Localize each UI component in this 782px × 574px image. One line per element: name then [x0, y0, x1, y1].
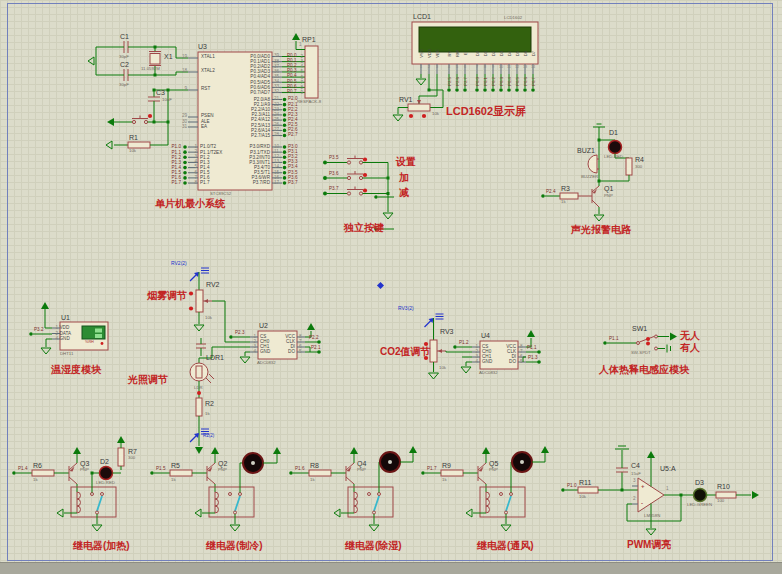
- label-dht-module: 温湿度模块: [51, 365, 101, 375]
- d3-model: LED-GREEN: [687, 503, 712, 507]
- dht-net: P3.2: [34, 328, 43, 333]
- label-co2-module: CO2值调节: [380, 347, 431, 357]
- r6-ref: R6: [33, 462, 42, 469]
- c2-value: 30pF: [119, 83, 129, 87]
- u3-pin-num: 19: [181, 55, 187, 60]
- u2-model: ADC0832: [257, 361, 276, 365]
- r7-value: 300: [128, 456, 135, 460]
- probe-r2-label: R2(2): [203, 434, 214, 439]
- r2-value: 1k: [205, 412, 210, 416]
- schematic-graphics: .w{stroke:#0b7a0b;stroke-width:1;fill:no…: [0, 0, 782, 574]
- u1-ref: U1: [61, 314, 70, 321]
- r5-value: 1k: [171, 478, 176, 482]
- u3-p2-nets: P2.0P2.1P2.2P2.3P2.4P2.5P2.6P2.7: [288, 96, 297, 137]
- label-pir-nobody: 无人: [680, 331, 700, 341]
- lcd-ctrl-pin-names: RSRWE: [445, 46, 469, 61]
- pwm-module[interactable]: [561, 446, 759, 535]
- rv1-contrast-pot[interactable]: [393, 100, 430, 121]
- r11-value: 10k: [579, 495, 586, 499]
- key1-net: P3.5: [329, 156, 338, 161]
- relay4-net: P1.7: [427, 467, 436, 472]
- d3-ref: D3: [695, 479, 704, 486]
- label-lcd-display: LCD1602显示屏: [446, 106, 526, 117]
- d1-ref: D1: [609, 129, 618, 136]
- r1-value: 10k: [129, 149, 136, 153]
- label-light-module: 光照调节: [128, 375, 168, 385]
- c1-ref: C1: [120, 33, 129, 40]
- dht-legend: %RH: [85, 341, 94, 345]
- u4-left-pin-names: CSCH0CH1GND: [482, 344, 492, 364]
- led-green-icon: [694, 489, 707, 502]
- u3-p3-numbers: 1011121314151617: [274, 144, 279, 185]
- c2-ref: C2: [120, 61, 129, 68]
- lcd-model: LCD1602: [504, 16, 522, 20]
- buzzer-icon: [588, 155, 597, 173]
- u4-right-pin-names: VCCCLKDIDO: [496, 344, 516, 364]
- u4-cs-net: P1.2: [459, 341, 468, 346]
- label-key-set: 设置: [396, 157, 416, 167]
- relay-module-ventilation[interactable]: [421, 446, 549, 531]
- u3-p0-nets: P0.0P0.1P0.2P0.3P0.4P0.5P0.6P0.7: [287, 53, 296, 94]
- u3-model: STC89C52: [210, 192, 231, 196]
- u4-model: ADC0832: [479, 371, 498, 375]
- label-relay-heating: 继电器(加热): [73, 541, 130, 551]
- rv2-value: 10k: [205, 316, 212, 320]
- rp1-pin1: 1: [299, 43, 302, 48]
- window-edge: [0, 562, 782, 574]
- label-relay-cooling: 继电器(制冷): [206, 541, 263, 551]
- r8-ref: R8: [310, 462, 319, 469]
- label-relay-dehumidify: 继电器(除湿): [345, 541, 402, 551]
- x1-value: 11.0592M: [141, 67, 160, 71]
- r2-ref: R2: [205, 400, 214, 407]
- r4-value: 300: [635, 165, 642, 169]
- u3-p1-numbers: 12345678: [189, 144, 197, 185]
- r3-ref: R3: [561, 185, 570, 192]
- probe-rv3-label: RV3(2): [398, 306, 414, 311]
- r10-value: 100: [717, 499, 724, 503]
- c4-ref: C4: [631, 462, 640, 469]
- u1-model: DHT11: [60, 352, 73, 356]
- rp1-ref: RP1: [302, 36, 316, 43]
- schematic-canvas[interactable]: .w{stroke:#0b7a0b;stroke-width:1;fill:no…: [0, 0, 782, 574]
- mcu-reset-circuit[interactable]: [106, 89, 188, 150]
- u3-pin-name: RST: [201, 87, 210, 92]
- probe-rv2-label: RV2(2): [171, 261, 187, 266]
- label-pir-somebody: 有人: [680, 343, 700, 353]
- d1-model: LED-RED: [604, 155, 623, 159]
- q2-model: PNP: [218, 468, 227, 472]
- u3-pin-num: 31: [181, 125, 187, 130]
- c1-value: 30pF: [119, 55, 129, 59]
- relay-module-cooling[interactable]: [150, 447, 281, 531]
- lcd-data-nets: P0.0P0.1P0.2P0.3P0.4P0.5P0.6P0.7: [473, 74, 537, 89]
- u3-p0-names: P0.0/AD0P0.1/AD1P0.2/AD2P0.3/AD3P0.4/AD4…: [228, 54, 270, 95]
- c4-value: 15uF: [631, 472, 641, 476]
- rp1-model: RESPACK-8: [297, 100, 321, 104]
- q1-model: PNP: [604, 194, 613, 198]
- label-pir-module: 人体热释电感应模块: [599, 365, 689, 375]
- rv3-value: 10k: [439, 366, 446, 370]
- u5-pin3: 3: [633, 479, 636, 484]
- x1-ref: X1: [164, 53, 173, 60]
- u4-do-net: P1.3: [528, 356, 537, 361]
- r5-ref: R5: [171, 462, 180, 469]
- sw1-ref: SW1: [632, 325, 647, 332]
- d2-model: LED-RED: [96, 481, 115, 485]
- r1-ref: R1: [129, 134, 138, 141]
- lcd-ctrl-pin-numbers: 456: [445, 65, 469, 69]
- lcd-ref: LCD1: [413, 13, 431, 20]
- q1-pnp-transistor[interactable]: [578, 186, 599, 207]
- r9-ref: R9: [442, 462, 451, 469]
- label-pwm-module: PWM调亮: [627, 540, 671, 550]
- q5-ref: Q5: [489, 460, 498, 467]
- u2-cs-net: P2.3: [235, 331, 244, 336]
- lcd-pwr-pin-numbers: 123: [417, 65, 441, 69]
- lcd-data-pin-numbers: 7891011121314: [473, 65, 537, 69]
- u4-left-pin-numbers: 1234: [472, 344, 478, 364]
- alarm-module[interactable]: [541, 124, 632, 221]
- u3-pin-name: PSEN: [201, 114, 214, 119]
- relay-module-dehumidify[interactable]: [289, 446, 417, 531]
- u3-p3-nets: P3.0P3.1P3.2P3.3P3.4P3.5P3.6P3.7: [288, 144, 297, 185]
- u4-right-pin-numbers: 8765: [520, 344, 523, 364]
- ldr1-ref: LDR1: [206, 354, 224, 361]
- u2-clk-net: P2.2: [309, 336, 318, 341]
